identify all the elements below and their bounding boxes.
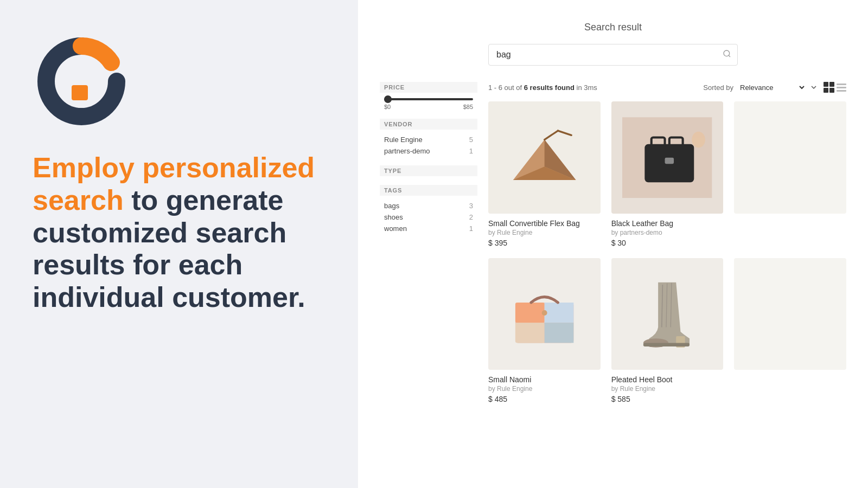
tags-filter: TAGS bags 3 shoes 2 women 1 bbox=[380, 185, 477, 234]
price-label: PRICE bbox=[380, 82, 477, 93]
product-name-5: Pleated Heel Boot bbox=[611, 375, 724, 384]
search-button[interactable] bbox=[723, 49, 731, 60]
product-name-4: Small Naomi bbox=[488, 375, 601, 384]
view-icons bbox=[824, 82, 846, 93]
right-panel: Search result PRICE $0 bbox=[358, 0, 868, 488]
product-card-2[interactable]: Black Leather Bag by partners-demo $ 30 bbox=[611, 101, 724, 247]
main-content: PRICE $0 $85 VENDOR Rule Engine 5 bbox=[380, 82, 846, 403]
product-name-1: Small Convertible Flex Bag bbox=[488, 219, 601, 228]
list-view-button[interactable] bbox=[837, 82, 846, 93]
product-price-5: $ 585 bbox=[611, 395, 724, 403]
tag-women[interactable]: women 1 bbox=[380, 223, 477, 234]
svg-rect-17 bbox=[515, 323, 545, 343]
price-range-labels: $0 $85 bbox=[384, 104, 473, 110]
svg-rect-18 bbox=[544, 323, 573, 343]
price-slider-track[interactable] bbox=[384, 98, 473, 100]
type-filter: TYPE bbox=[380, 165, 477, 176]
products-grid: Small Convertible Flex Bag by Rule Engin… bbox=[488, 101, 846, 403]
product-image-1 bbox=[488, 101, 601, 214]
product-image-3 bbox=[734, 101, 846, 214]
svg-line-7 bbox=[558, 131, 571, 135]
product-price-1: $ 395 bbox=[488, 239, 601, 247]
product-card-3 bbox=[734, 101, 846, 247]
search-bar-container bbox=[488, 44, 738, 66]
results-count: 6 results found bbox=[524, 84, 575, 92]
product-vendor-4: by Rule Engine bbox=[488, 385, 601, 393]
svg-rect-25 bbox=[643, 343, 690, 347]
vendor-item-partners-demo[interactable]: partners-demo 1 bbox=[380, 145, 477, 157]
product-vendor-5: by Rule Engine bbox=[611, 385, 724, 393]
svg-point-1 bbox=[724, 50, 730, 56]
results-bar: 1 - 6 out of 6 results found in 3ms Sort… bbox=[488, 82, 846, 93]
tagline: Employ personalizedsearch to generate cu… bbox=[33, 152, 326, 314]
svg-rect-15 bbox=[515, 303, 545, 323]
type-label: TYPE bbox=[380, 165, 477, 176]
tags-label: TAGS bbox=[380, 185, 477, 196]
logo bbox=[33, 33, 130, 130]
product-price-2: $ 30 bbox=[611, 239, 724, 247]
product-image-2 bbox=[611, 101, 724, 214]
svg-point-19 bbox=[541, 310, 547, 316]
vendor-filter: VENDOR Rule Engine 5 partners-demo 1 bbox=[380, 119, 477, 157]
svg-line-2 bbox=[729, 55, 730, 57]
tag-shoes[interactable]: shoes 2 bbox=[380, 211, 477, 223]
product-name-2: Black Leather Bag bbox=[611, 219, 724, 228]
vendor-item-rule-engine[interactable]: Rule Engine 5 bbox=[380, 134, 477, 145]
svg-rect-0 bbox=[72, 85, 88, 100]
product-image-4 bbox=[488, 258, 601, 370]
left-panel: Employ personalizedsearch to generate cu… bbox=[0, 0, 358, 488]
svg-rect-16 bbox=[544, 303, 573, 323]
tag-bags[interactable]: bags 3 bbox=[380, 200, 477, 211]
page-title: Search result bbox=[380, 22, 846, 33]
svg-line-6 bbox=[544, 131, 558, 140]
product-image-5 bbox=[611, 258, 724, 370]
product-image-6 bbox=[734, 258, 846, 370]
product-card-5[interactable]: Pleated Heel Boot by Rule Engine $ 585 bbox=[611, 258, 724, 404]
sort-label: Sorted by bbox=[703, 84, 733, 92]
product-card-4[interactable]: Small Naomi by Rule Engine $ 485 bbox=[488, 258, 601, 404]
results-info: 1 - 6 out of 6 results found in 3ms bbox=[488, 84, 597, 92]
grid-view-button[interactable] bbox=[824, 82, 834, 93]
product-vendor-1: by Rule Engine bbox=[488, 229, 601, 236]
sidebar-filters: PRICE $0 $85 VENDOR Rule Engine 5 bbox=[380, 82, 477, 403]
product-card-1[interactable]: Small Convertible Flex Bag by Rule Engin… bbox=[488, 101, 601, 247]
product-vendor-2: by partners-demo bbox=[611, 229, 724, 236]
sort-select[interactable]: Relevance Price: Low to High Price: High… bbox=[738, 83, 806, 92]
price-min: $0 bbox=[384, 104, 391, 110]
search-input[interactable] bbox=[488, 44, 738, 66]
price-max: $85 bbox=[463, 104, 473, 110]
price-filter: PRICE $0 $85 bbox=[380, 82, 477, 110]
price-range: $0 $85 bbox=[380, 98, 477, 110]
svg-point-13 bbox=[692, 131, 705, 147]
search-bar-row bbox=[380, 44, 846, 66]
product-card-6 bbox=[734, 258, 846, 404]
price-slider-thumb[interactable] bbox=[384, 95, 392, 103]
vendor-label: VENDOR bbox=[380, 119, 477, 130]
chevron-down-icon bbox=[810, 84, 817, 91]
product-price-4: $ 485 bbox=[488, 395, 601, 403]
products-area: 1 - 6 out of 6 results found in 3ms Sort… bbox=[488, 82, 846, 403]
svg-rect-12 bbox=[665, 157, 674, 164]
sort-controls: Sorted by Relevance Price: Low to High P… bbox=[703, 82, 846, 93]
